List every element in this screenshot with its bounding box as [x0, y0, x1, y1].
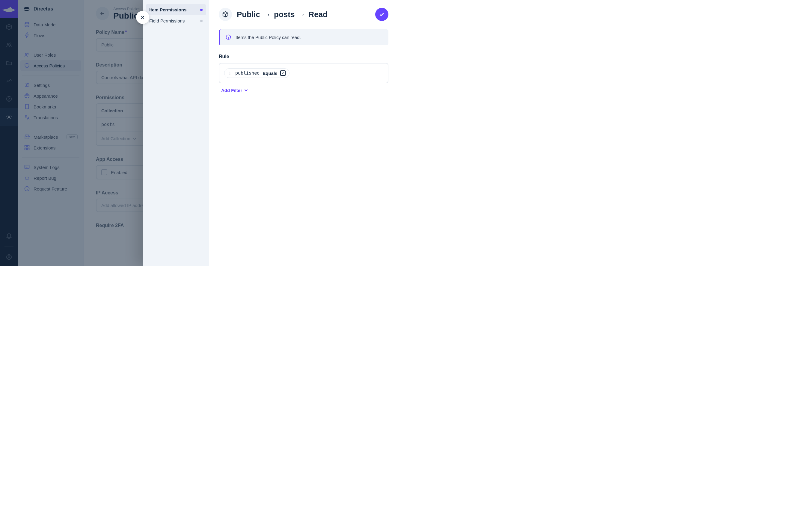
- drawer-body: Public → posts → Read Items the Public P…: [209, 0, 398, 266]
- svg-point-28: [230, 72, 231, 73]
- collection-icon: [219, 8, 232, 21]
- rule-label: Rule: [219, 54, 388, 59]
- confirm-button[interactable]: [375, 8, 388, 21]
- filter-value-checkbox[interactable]: [280, 70, 285, 76]
- drawer-title: Public → posts → Read: [237, 10, 328, 19]
- svg-point-29: [230, 73, 231, 73]
- tab-field-permissions[interactable]: Field Permissions: [146, 15, 206, 26]
- info-text: Items the Public Policy can read.: [236, 35, 301, 40]
- svg-point-25: [229, 72, 230, 73]
- status-dot-icon: [200, 9, 203, 11]
- close-button[interactable]: [136, 11, 149, 24]
- filter-field[interactable]: published: [235, 70, 260, 76]
- svg-point-26: [229, 73, 230, 73]
- rule-box: published Equals: [219, 63, 388, 83]
- svg-point-27: [229, 74, 230, 75]
- add-filter-button[interactable]: Add Filter: [219, 88, 249, 93]
- svg-point-30: [230, 74, 231, 75]
- status-dot-icon: [200, 20, 203, 22]
- drawer-tabs: Item Permissions Field Permissions: [143, 0, 209, 266]
- info-banner: Items the Public Policy can read.: [219, 30, 388, 45]
- filter-operator[interactable]: Equals: [262, 71, 277, 76]
- filter-chip[interactable]: published Equals: [224, 68, 290, 78]
- drag-handle-icon[interactable]: [228, 71, 232, 75]
- permissions-drawer: Item Permissions Field Permissions Publi…: [143, 0, 398, 266]
- tab-item-permissions[interactable]: Item Permissions: [146, 4, 206, 15]
